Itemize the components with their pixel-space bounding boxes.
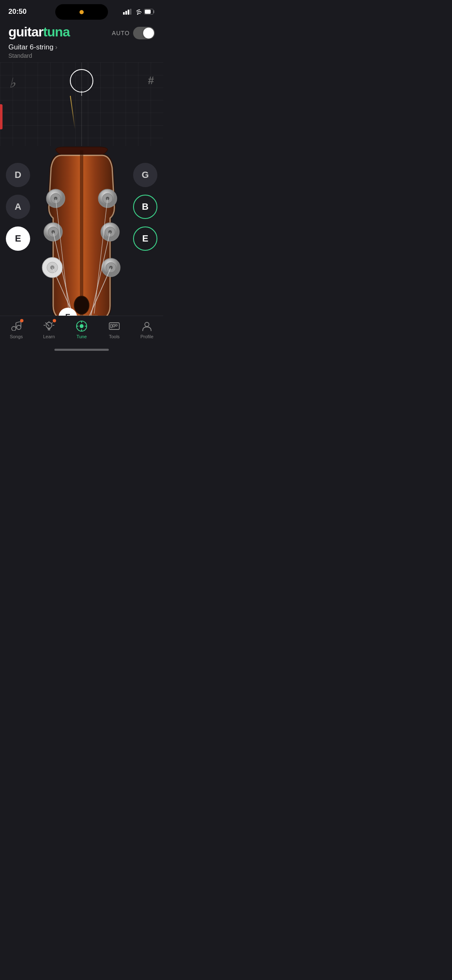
svg-rect-58 [116, 324, 117, 326]
auto-toggle-switch[interactable] [133, 27, 155, 39]
home-indicator [54, 349, 109, 351]
logo: guitartuna [8, 24, 69, 40]
header: guitartuna AUTO [0, 21, 163, 42]
svg-rect-6 [145, 10, 151, 14]
string-buttons-right: G B E [133, 163, 157, 251]
status-right [123, 9, 155, 15]
nav-item-learn[interactable]: Learn [34, 320, 64, 339]
auto-label: AUTO [112, 30, 130, 36]
svg-point-59 [145, 322, 149, 327]
svg-line-43 [52, 323, 53, 324]
svg-rect-3 [130, 9, 132, 15]
svg-rect-1 [126, 11, 127, 15]
nav-item-tune[interactable]: Tune [67, 320, 96, 339]
svg-point-39 [46, 322, 52, 328]
tuning-name: Standard [0, 52, 163, 59]
tune-label: Tune [77, 334, 87, 339]
songs-label: Songs [10, 334, 23, 339]
svg-point-33 [74, 296, 89, 314]
svg-rect-56 [110, 324, 112, 328]
string-btn-e-low[interactable]: E [6, 226, 30, 251]
battery-icon [144, 9, 155, 15]
learn-icon [43, 320, 55, 332]
dynamic-island-dot [80, 10, 84, 14]
svg-rect-2 [128, 10, 129, 15]
tune-icon [76, 320, 87, 332]
tools-icon [108, 320, 120, 332]
svg-line-41 [46, 323, 46, 324]
learn-dot [53, 319, 56, 322]
string-btn-b[interactable]: B [133, 195, 157, 219]
headstock-svg [31, 146, 132, 334]
signal-icon [123, 9, 131, 15]
nav-item-songs[interactable]: Songs [2, 320, 31, 339]
needle-circle [70, 69, 93, 93]
logo-tuna: tuna [43, 24, 70, 39]
svg-rect-57 [113, 324, 115, 327]
instrument-name: Guitar 6-string [8, 43, 54, 51]
logo-guitar: guitar [8, 24, 43, 39]
auto-toggle-container: AUTO [112, 27, 155, 39]
nav-item-tools[interactable]: Tools [100, 320, 129, 339]
svg-point-34 [12, 327, 16, 331]
svg-rect-0 [123, 12, 125, 15]
string-btn-d[interactable]: D [6, 163, 30, 187]
songs-dot [20, 319, 23, 322]
svg-line-48 [47, 324, 49, 326]
flat-symbol: ♭ [9, 75, 15, 91]
wifi-icon [134, 9, 141, 15]
songs-icon [10, 320, 22, 332]
string-btn-a[interactable]: A [6, 195, 30, 219]
headstock [31, 146, 132, 334]
instrument-row[interactable]: Guitar 6-string › [0, 42, 163, 52]
string-btn-g[interactable]: G [133, 163, 157, 187]
sharp-symbol: # [148, 74, 154, 87]
left-accent [0, 104, 3, 129]
dynamic-island [55, 4, 108, 20]
bottom-nav: Songs Learn [0, 316, 163, 353]
tuner-area: ♭ # [0, 62, 163, 146]
status-time: 20:50 [8, 8, 26, 16]
profile-icon [141, 320, 153, 332]
svg-point-50 [80, 324, 83, 328]
tools-label: Tools [109, 334, 120, 339]
chevron-right-icon: › [55, 44, 57, 51]
svg-point-35 [17, 325, 21, 329]
toggle-knob [143, 28, 154, 39]
svg-point-4 [137, 14, 139, 15]
learn-label: Learn [43, 334, 55, 339]
string-btn-e-high[interactable]: E [133, 226, 157, 251]
profile-label: Profile [140, 334, 153, 339]
nav-item-profile[interactable]: Profile [132, 320, 162, 339]
string-buttons-left: D A E [6, 163, 30, 251]
